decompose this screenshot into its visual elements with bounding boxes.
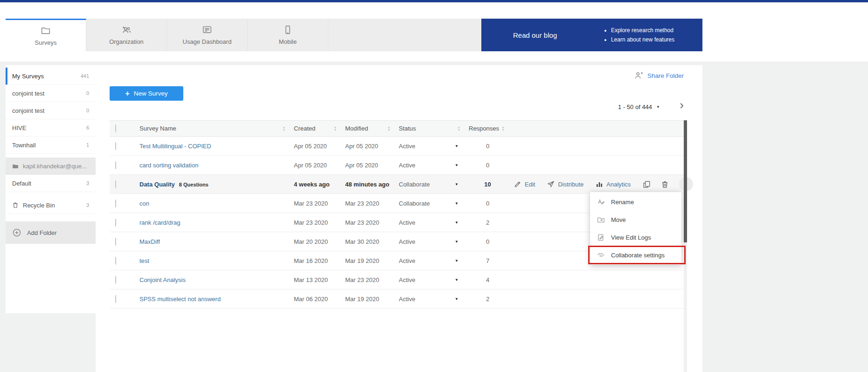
bar-chart-icon [596, 180, 603, 188]
survey-name-link[interactable]: rank /card/drag [139, 219, 180, 226]
add-folder-button[interactable]: Add Folder [6, 221, 96, 244]
responses-cell: 4 [469, 276, 513, 283]
sidebar-item-my-surveys[interactable]: My Surveys 441 [6, 68, 96, 85]
top-accent-bar [0, 0, 868, 2]
sidebar-item-townhall[interactable]: Townhall 1 [6, 137, 96, 154]
sidebar-item-default[interactable]: Default 3 [6, 175, 96, 192]
responses-cell: 0 [469, 200, 513, 207]
header-label: Responses [469, 125, 499, 132]
delete-icon[interactable] [661, 180, 669, 188]
status-dropdown-caret[interactable]: ▼ [455, 278, 458, 282]
created-cell: Mar 13 2020 [294, 276, 345, 283]
status-dropdown-caret[interactable]: ▼ [455, 240, 458, 244]
row-context-menu: Rename Move View Edit Logs Collaborate s… [590, 192, 681, 265]
responses-cell: 0 [469, 238, 513, 245]
folder-label: Default [12, 180, 31, 187]
table-scrollbar-thumb[interactable] [684, 120, 687, 242]
table-scrollbar-track[interactable] [684, 120, 687, 372]
survey-name-link[interactable]: card sorting validation [139, 162, 198, 169]
status-dropdown-caret[interactable]: ▼ [455, 163, 458, 167]
row-checkbox[interactable] [115, 276, 116, 284]
blog-banner[interactable]: Read our blog Explore research method Le… [481, 19, 702, 51]
created-cell: Mar 06 2020 [294, 296, 345, 303]
sort-icon[interactable]: ▲▼ [388, 126, 390, 131]
folder-label: HIVE [12, 124, 26, 131]
sort-icon[interactable]: ▲▼ [334, 126, 337, 131]
status-dropdown-caret[interactable]: ▼ [455, 201, 458, 206]
new-survey-button[interactable]: + New Survey [110, 86, 183, 101]
tab-surveys[interactable]: Surveys [6, 19, 86, 51]
next-page-button[interactable]: › [680, 99, 684, 111]
survey-name-link[interactable]: con [139, 200, 149, 207]
created-cell: 4 weeks ago [294, 181, 345, 188]
pencil-icon [514, 180, 521, 188]
folder-label: My Surveys [12, 73, 44, 80]
menu-item-label: Collaborate settings [611, 252, 665, 259]
sidebar-item-conjoint-test-1[interactable]: conjoint test 0 [6, 85, 96, 102]
analytics-button[interactable]: Analytics [596, 180, 631, 188]
modified-cell: Mar 23 2020 [345, 200, 399, 207]
folder-label: conjoint test [12, 107, 44, 114]
sidebar-item-conjoint-test-2[interactable]: conjoint test 0 [6, 102, 96, 119]
sort-icon[interactable]: ▲▼ [502, 126, 505, 131]
created-cell: Mar 23 2020 [294, 200, 345, 207]
menu-item-collaborate-settings[interactable]: Collaborate settings [590, 246, 681, 264]
responses-cell: 7 [469, 257, 513, 264]
select-all-checkbox[interactable] [115, 124, 116, 132]
status-cell: Active ▼ [399, 257, 469, 264]
folder-icon [12, 163, 19, 170]
distribute-button[interactable]: Distribute [547, 180, 583, 188]
modified-cell: Apr 05 2020 [345, 143, 399, 150]
header-status[interactable]: Status ▲▼ [399, 125, 469, 132]
row-checkbox[interactable] [115, 161, 116, 169]
header-modified[interactable]: Modified ▲▼ [345, 125, 399, 132]
sidebar-item-hive[interactable]: HIVE 6 [6, 119, 96, 137]
tab-mobile[interactable]: Mobile [248, 19, 328, 51]
survey-name-link[interactable]: test [139, 257, 149, 264]
header-responses[interactable]: Responses ▲▼ [469, 125, 513, 132]
status-dropdown-caret[interactable]: ▼ [455, 220, 458, 225]
menu-item-rename[interactable]: Rename [590, 193, 681, 211]
status-dropdown-caret[interactable]: ▼ [455, 259, 458, 263]
status-cell: Active ▼ [399, 162, 469, 169]
sort-icon[interactable]: ▲▼ [458, 126, 460, 131]
edit-button[interactable]: Edit [514, 180, 535, 188]
status-dropdown-caret[interactable]: ▼ [455, 182, 458, 186]
row-checkbox[interactable] [115, 200, 116, 207]
dashboard-icon [202, 25, 212, 35]
sidebar-item-shared-folder[interactable]: kapil.khandekar@que... [6, 158, 96, 175]
modified-cell: 48 minutes ago [345, 181, 399, 188]
status-label: Collaborate [399, 200, 430, 207]
table-row: card sorting validation Apr 05 2020 Apr … [110, 156, 687, 175]
survey-name-link[interactable]: Data Quality [139, 181, 175, 188]
pagination-dropdown[interactable]: 1 - 50 of 444 ▼ [618, 103, 660, 110]
menu-item-move[interactable]: Move [590, 211, 681, 228]
survey-name-link[interactable]: Conjoint Analysis [139, 276, 186, 283]
status-dropdown-caret[interactable]: ▼ [455, 297, 458, 301]
folders-sidebar: My Surveys 441 conjoint test 0 conjoint … [6, 65, 96, 313]
row-checkbox[interactable] [115, 295, 116, 303]
row-checkbox[interactable] [115, 180, 116, 188]
row-checkbox[interactable] [115, 219, 116, 227]
sort-icon[interactable]: ▲▼ [283, 126, 285, 131]
copy-icon[interactable] [643, 180, 651, 188]
menu-item-view-edit-logs[interactable]: View Edit Logs [590, 228, 681, 246]
survey-name-link[interactable]: SPSS multiselect not answerd [139, 296, 221, 303]
survey-name-link[interactable]: MaxDiff [139, 238, 160, 245]
folder-label: kapil.khandekar@que... [23, 163, 87, 170]
status-label: Active [399, 257, 415, 264]
tab-usage-dashboard[interactable]: Usage Dashboard [167, 19, 248, 51]
header-survey-name[interactable]: Survey Name ▲▼ [139, 125, 294, 132]
tab-organization[interactable]: Organization [86, 19, 167, 51]
share-folder-button[interactable]: Share Folder [634, 71, 684, 80]
sidebar-item-recycle-bin[interactable]: Recycle Bin 3 [6, 197, 96, 214]
row-checkbox[interactable] [115, 142, 116, 150]
header-created[interactable]: Created ▲▼ [294, 125, 345, 132]
row-checkbox[interactable] [115, 238, 116, 246]
status-dropdown-caret[interactable]: ▼ [455, 144, 458, 148]
send-icon [547, 180, 555, 188]
header-checkbox-cell [110, 125, 139, 132]
survey-name-link[interactable]: Test Multilingual - COPIED [139, 143, 211, 150]
row-checkbox[interactable] [115, 257, 116, 265]
handshake-icon [597, 251, 605, 259]
